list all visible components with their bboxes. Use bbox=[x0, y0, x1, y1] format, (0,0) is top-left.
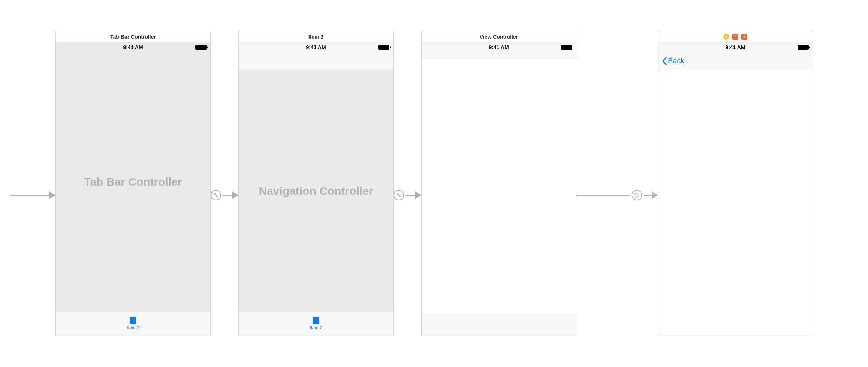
content-area: Navigation Controller bbox=[239, 70, 393, 312]
tab-item-label: Item 2 bbox=[310, 325, 322, 331]
tab-bar-placeholder bbox=[422, 314, 576, 336]
tab-item-icon bbox=[130, 317, 136, 324]
status-time: 9:41 AM bbox=[489, 44, 509, 50]
segue-relationship-1[interactable] bbox=[211, 191, 238, 200]
status-time: 9:41 AM bbox=[123, 44, 143, 50]
content-area[interactable] bbox=[422, 59, 576, 314]
battery-icon bbox=[798, 45, 809, 50]
navigation-bar[interactable]: Back bbox=[658, 52, 813, 70]
arrowhead-icon bbox=[415, 191, 421, 199]
placeholder-label: Tab Bar Controller bbox=[84, 176, 182, 188]
status-bar: 9:41 AM bbox=[239, 42, 393, 52]
svg-rect-7 bbox=[636, 194, 638, 196]
tab-item-icon bbox=[313, 317, 319, 324]
arrowhead-icon bbox=[652, 191, 658, 199]
tab-bar[interactable]: Item 2 bbox=[239, 312, 393, 336]
segue-relationship-2[interactable] bbox=[394, 191, 421, 200]
battery-icon bbox=[378, 45, 389, 50]
status-time: 9:41 AM bbox=[306, 44, 326, 50]
arrowhead-icon bbox=[232, 191, 238, 199]
scene-title-bar[interactable]: Item 2 bbox=[238, 31, 394, 42]
status-bar: 9:41 AM bbox=[658, 42, 813, 52]
scene-navigation-controller[interactable]: Item 2 9:41 AM Navigation Controller Ite… bbox=[238, 31, 394, 336]
scene-title: View Controller bbox=[480, 34, 518, 40]
exit-icon bbox=[741, 34, 747, 40]
first-responder-icon bbox=[732, 34, 738, 40]
scene-frame[interactable]: 9:41 AM Tab Bar Controller Item 2 bbox=[55, 42, 211, 336]
navigation-bar[interactable] bbox=[422, 52, 576, 59]
tab-bar-item[interactable]: Item 2 bbox=[127, 317, 139, 331]
arrowhead-icon bbox=[49, 191, 55, 199]
status-bar: 9:41 AM bbox=[422, 42, 576, 52]
scene-frame[interactable]: 9:41 AM Navigation Controller Item 2 bbox=[238, 42, 394, 336]
svg-point-8 bbox=[726, 36, 727, 38]
content-area: Tab Bar Controller bbox=[56, 52, 210, 312]
tab-bar[interactable]: Item 2 bbox=[56, 312, 210, 336]
relationship-segue-icon bbox=[394, 190, 404, 200]
svg-line-5 bbox=[398, 195, 400, 196]
storyboard-canvas[interactable]: Tab Bar Controller 9:41 AM Tab Bar Contr… bbox=[0, 0, 868, 367]
tab-bar-item[interactable]: Item 2 bbox=[310, 317, 322, 331]
show-segue-icon bbox=[632, 190, 642, 200]
scene-view-controller[interactable]: View Controller 9:41 AM bbox=[421, 31, 576, 336]
scene-title-bar[interactable]: Tab Bar Controller bbox=[55, 31, 211, 42]
scene-title-bar[interactable] bbox=[658, 31, 813, 42]
status-bar: 9:41 AM bbox=[56, 42, 210, 52]
scene-title: Tab Bar Controller bbox=[110, 34, 156, 40]
navigation-bar[interactable] bbox=[239, 52, 393, 70]
scene-title-bar[interactable]: View Controller bbox=[421, 31, 576, 42]
view-controller-icon bbox=[723, 34, 729, 40]
segue-line bbox=[576, 195, 630, 196]
scene-detail-view-controller[interactable]: 9:41 AM Back bbox=[658, 31, 813, 336]
segue-line bbox=[10, 195, 49, 196]
placeholder-label: Navigation Controller bbox=[259, 185, 373, 197]
battery-icon bbox=[561, 45, 572, 50]
battery-icon bbox=[195, 45, 207, 50]
content-area[interactable] bbox=[658, 70, 813, 336]
svg-line-2 bbox=[216, 195, 217, 196]
svg-rect-6 bbox=[635, 193, 639, 197]
initial-scene-arrow[interactable] bbox=[10, 191, 55, 200]
chevron-left-icon bbox=[662, 57, 667, 65]
back-button-label: Back bbox=[668, 57, 684, 65]
status-time: 9:41 AM bbox=[725, 44, 745, 50]
segue-show-1[interactable] bbox=[576, 191, 658, 200]
segue-line bbox=[406, 195, 415, 196]
segue-line bbox=[223, 195, 232, 196]
back-button[interactable]: Back bbox=[662, 57, 684, 65]
scene-tab-bar-controller[interactable]: Tab Bar Controller 9:41 AM Tab Bar Contr… bbox=[55, 31, 211, 336]
scene-frame[interactable]: 9:41 AM Back bbox=[658, 42, 813, 336]
tab-item-label: Item 2 bbox=[127, 325, 139, 331]
segue-line bbox=[644, 195, 652, 196]
scene-frame[interactable]: 9:41 AM bbox=[421, 42, 576, 336]
relationship-segue-icon bbox=[211, 190, 221, 200]
scene-title: Item 2 bbox=[308, 34, 323, 40]
